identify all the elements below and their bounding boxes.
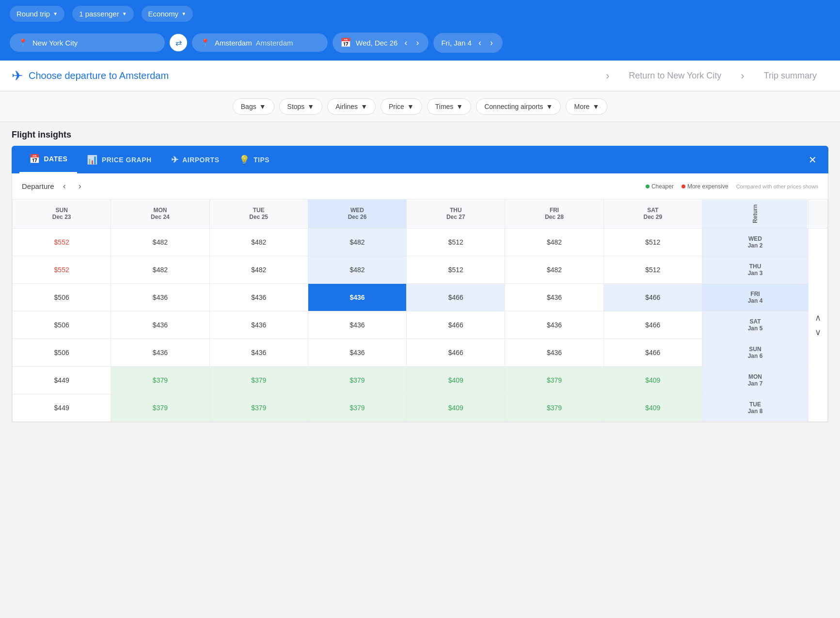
connecting-airports-filter-btn[interactable]: Connecting airports ▼ [476, 98, 561, 115]
price-cell[interactable]: $409 [407, 394, 505, 421]
price-cell[interactable]: $436 [505, 311, 603, 339]
price-cell[interactable]: $466 [603, 339, 702, 366]
tab-price-graph[interactable]: 📊 PRICE GRAPH [77, 147, 161, 173]
price-cell[interactable]: $512 [407, 256, 505, 283]
price-cell[interactable]: $482 [308, 256, 406, 283]
return-header: Return [702, 200, 808, 229]
table-row: $449$379$379$379$409$379$409TUEJan 8 [13, 394, 828, 421]
price-cell[interactable]: $436 [111, 311, 209, 339]
price-cell[interactable]: $552 [13, 256, 111, 283]
price-cell[interactable]: $436 [505, 339, 603, 366]
price-cell[interactable]: $466 [407, 339, 505, 366]
tabs-bar: 📅 DATES 📊 PRICE GRAPH ✈ AIRPORTS 💡 TIPS … [12, 146, 828, 173]
bags-filter-btn[interactable]: Bags ▼ [233, 98, 274, 115]
class-arrow-icon: ▼ [181, 11, 186, 16]
price-cell[interactable]: $436 [209, 311, 308, 339]
price-cell[interactable]: $506 [13, 339, 111, 366]
col-fri-date: Dec 28 [509, 214, 599, 220]
departure-next-btn[interactable]: › [75, 179, 85, 193]
close-insights-btn[interactable]: ✕ [805, 150, 821, 170]
price-cell[interactable]: $512 [407, 228, 505, 256]
round-trip-arrow-icon: ▼ [53, 11, 58, 16]
price-cell[interactable]: $379 [111, 394, 209, 421]
price-cell[interactable]: $379 [308, 394, 406, 421]
price-cell[interactable]: $466 [603, 311, 702, 339]
price-cell[interactable]: $506 [13, 311, 111, 339]
table-row: $506$436$436$436$466$436$466SATJan 5 [13, 311, 828, 339]
col-wed-date: Dec 26 [312, 214, 402, 220]
price-cell[interactable]: $379 [505, 394, 603, 421]
price-cell[interactable]: $506 [13, 283, 111, 311]
price-cell[interactable]: $436 [505, 283, 603, 311]
return-next-btn[interactable]: › [488, 38, 495, 48]
depart-next-btn[interactable]: › [414, 38, 421, 48]
price-cell[interactable]: $436 [308, 339, 406, 366]
airlines-filter-btn[interactable]: Airlines ▼ [327, 98, 376, 115]
price-cell[interactable]: $466 [407, 283, 505, 311]
price-cell[interactable]: $409 [603, 366, 702, 394]
price-cell[interactable]: $436 [111, 283, 209, 311]
return-step-label[interactable]: Return to New York City [617, 71, 733, 81]
price-cell[interactable]: $466 [407, 311, 505, 339]
price-cell[interactable]: $379 [209, 366, 308, 394]
depart-date-field[interactable]: 📅 Wed, Dec 26 ‹ › [333, 32, 428, 53]
trip-summary-label[interactable]: Trip summary [752, 71, 828, 81]
price-cell[interactable]: $436 [308, 283, 406, 311]
price-cell[interactable]: $482 [308, 228, 406, 256]
departure-prev-btn[interactable]: ‹ [59, 179, 70, 193]
times-filter-btn[interactable]: Times ▼ [427, 98, 471, 115]
tab-dates[interactable]: 📅 DATES [19, 146, 77, 173]
price-cell[interactable]: $379 [111, 366, 209, 394]
price-cell[interactable]: $482 [209, 228, 308, 256]
more-filter-btn[interactable]: More ▼ [566, 98, 607, 115]
return-prev-btn[interactable]: ‹ [476, 38, 483, 48]
price-legend: Cheaper More expensive Compared with oth… [646, 183, 818, 190]
price-cell[interactable]: $482 [111, 228, 209, 256]
return-date-cell: THUJan 3 [702, 256, 808, 283]
price-cell[interactable]: $409 [407, 366, 505, 394]
price-cell[interactable]: $379 [505, 366, 603, 394]
price-cell[interactable]: $436 [308, 311, 406, 339]
price-cell[interactable]: $436 [209, 283, 308, 311]
round-trip-btn[interactable]: Round trip ▼ [10, 6, 64, 22]
price-cell[interactable]: $409 [603, 394, 702, 421]
price-cell[interactable]: $379 [308, 366, 406, 394]
depart-prev-btn[interactable]: ‹ [402, 38, 409, 48]
cheaper-dot-icon [646, 185, 650, 188]
stops-filter-btn[interactable]: Stops ▼ [279, 98, 323, 115]
price-cell[interactable]: $379 [209, 394, 308, 421]
passengers-btn[interactable]: 1 passenger ▼ [72, 6, 133, 22]
price-cell[interactable]: $466 [603, 283, 702, 311]
updown-cell: ∧∨ [808, 228, 828, 421]
tab-airports[interactable]: ✈ AIRPORTS [161, 147, 229, 173]
price-cell[interactable]: $482 [505, 256, 603, 283]
price-cell[interactable]: $482 [111, 256, 209, 283]
price-cell[interactable]: $449 [13, 394, 111, 421]
connecting-airports-arrow-icon: ▼ [546, 103, 553, 110]
price-cell[interactable]: $482 [505, 228, 603, 256]
price-cell[interactable]: $512 [603, 256, 702, 283]
scroll-down-btn[interactable]: ∨ [815, 327, 821, 338]
updown-header [808, 200, 828, 229]
scroll-up-btn[interactable]: ∧ [815, 312, 821, 323]
origin-field[interactable]: 📍 New York City [10, 33, 165, 52]
price-filter-btn[interactable]: Price ▼ [380, 98, 422, 115]
depart-date-text: Wed, Dec 26 [356, 39, 397, 47]
location-icon: 📍 [18, 38, 28, 47]
scroll-controls: ∧∨ [808, 312, 827, 338]
destination-field[interactable]: 📍 Amsterdam Amsterdam [192, 33, 328, 52]
col-sun: SUN Dec 23 [13, 200, 111, 229]
col-sat-date: Dec 29 [608, 214, 698, 220]
tab-tips[interactable]: 💡 TIPS [229, 147, 280, 173]
bags-arrow-icon: ▼ [259, 103, 266, 110]
price-cell[interactable]: $449 [13, 366, 111, 394]
swap-button[interactable]: ⇄ [170, 34, 187, 51]
price-cell[interactable]: $512 [603, 228, 702, 256]
price-cell[interactable]: $482 [209, 256, 308, 283]
price-cell[interactable]: $552 [13, 228, 111, 256]
price-label: Price [389, 103, 404, 110]
price-cell[interactable]: $436 [111, 339, 209, 366]
class-btn[interactable]: Economy ▼ [142, 6, 193, 22]
return-date-field[interactable]: Fri, Jan 4 ‹ › [433, 33, 503, 53]
price-cell[interactable]: $436 [209, 339, 308, 366]
